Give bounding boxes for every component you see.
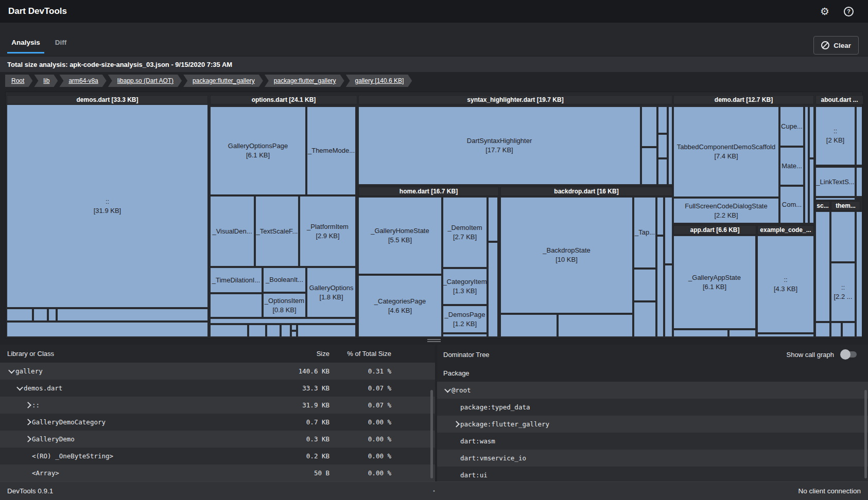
treemap-cell[interactable] [291, 325, 297, 330]
breadcrumb-item[interactable]: package:flutter_gallery [265, 75, 344, 87]
treemap-cell[interactable]: _Tap... [634, 197, 656, 268]
treemap-cell[interactable] [33, 309, 47, 321]
treemap-cell[interactable]: _OptionsItem[0.8 KB] [263, 293, 306, 317]
treemap-cell[interactable]: Cupe... [780, 106, 804, 146]
treemap-cell[interactable]: _BooleanIt... [263, 267, 306, 292]
chevron-right-icon[interactable] [452, 422, 460, 426]
treemap-cell[interactable]: DartSyntaxHighlighter[17.7 KB] [358, 106, 640, 185]
treemap-section-header[interactable]: app.dart [6.6 KB] [673, 225, 756, 235]
treemap-cell[interactable] [210, 294, 262, 317]
tab-diff[interactable]: Diff [49, 34, 72, 53]
treemap-cell[interactable] [281, 325, 290, 337]
treemap-cell[interactable] [657, 197, 664, 235]
treemap-cell[interactable]: TabbedComponentDemoScaffold[7.4 KB] [673, 106, 779, 197]
tab-analysis[interactable]: Analysis [7, 34, 44, 53]
tree-row[interactable]: package:typed_data [437, 399, 868, 416]
treemap-section-header[interactable]: example_code_... [757, 225, 814, 235]
treemap-cell[interactable] [249, 325, 266, 337]
show-call-graph-toggle[interactable] [841, 351, 857, 358]
chevron-down-icon[interactable] [15, 386, 24, 390]
treemap-cell[interactable]: _GalleryAppState[6.1 KB] [673, 236, 756, 329]
breadcrumb-item[interactable]: lib [34, 75, 58, 87]
column-library-or-class[interactable]: Library or Class [7, 350, 273, 358]
treemap-cell[interactable] [57, 309, 208, 321]
treemap-cell[interactable]: ::[31.9 KB] [7, 104, 208, 308]
table-row[interactable]: ::31.9 KB0.07 % [0, 397, 435, 414]
treemap-cell[interactable]: _LinkTextS... [815, 167, 855, 197]
treemap-cell[interactable]: GalleryOptionsPage[6.1 KB] [210, 106, 306, 195]
treemap-cell[interactable] [658, 134, 667, 158]
treemap-cell[interactable] [831, 323, 841, 337]
treemap-cell[interactable] [558, 314, 633, 337]
breadcrumb-item[interactable]: Root [5, 75, 32, 87]
breadcrumb-item[interactable]: gallery [140.6 KB] [346, 75, 412, 87]
column-pct-of-total-size[interactable]: % of Total Size [329, 350, 391, 358]
right-panel-scrollbar[interactable] [864, 390, 867, 478]
treemap-cell[interactable] [809, 106, 814, 158]
treemap-cell[interactable] [48, 309, 56, 321]
treemap-cell[interactable] [443, 334, 487, 337]
settings-gear-icon[interactable]: ⚙ [820, 6, 829, 16]
treemap-cell[interactable] [815, 211, 830, 322]
treemap-cell[interactable] [665, 197, 672, 264]
help-icon[interactable]: ? [844, 7, 854, 16]
chevron-right-icon[interactable] [24, 420, 32, 424]
treemap-cell[interactable] [7, 322, 208, 337]
treemap-cell[interactable]: ::[2.2 ... [831, 263, 855, 322]
table-row[interactable]: demos.dart33.3 KB0.07 % [0, 380, 435, 397]
treemap-cell[interactable] [210, 318, 356, 324]
table-row[interactable]: <(RO) _OneByteString>0.2 KB0.00 % [0, 448, 435, 465]
tree-row[interactable]: dart:wasm [437, 433, 868, 450]
tree-row[interactable]: dart:vmservice_io [437, 450, 868, 467]
treemap-cell[interactable]: Com... [780, 186, 804, 223]
treemap-cell[interactable] [634, 302, 656, 337]
treemap-cell[interactable]: _PlatformItem[2.9 KB] [300, 196, 356, 266]
treemap-cell[interactable]: GalleryOptions[1.8 KB] [307, 267, 356, 317]
chevron-right-icon[interactable] [24, 403, 32, 407]
treemap-cell[interactable] [856, 167, 862, 197]
treemap-cell[interactable] [815, 323, 830, 337]
treemap-cell[interactable] [7, 309, 32, 321]
clear-button[interactable]: Clear [813, 36, 859, 55]
treemap-cell[interactable]: _ThemeMode... [307, 106, 356, 195]
treemap-cell[interactable] [668, 106, 672, 185]
treemap-cell[interactable] [665, 265, 672, 337]
treemap-cell[interactable]: Mate... [780, 147, 804, 185]
treemap-cell[interactable] [657, 236, 664, 337]
treemap-cell[interactable]: _BackdropState[10 KB] [500, 197, 633, 313]
treemap-section-header[interactable]: backdrop.dart [16 KB] [500, 187, 672, 196]
tree-row[interactable]: package:flutter_gallery [437, 416, 868, 433]
treemap-cell[interactable]: ::[2 KB] [815, 106, 855, 165]
treemap-cell[interactable] [809, 159, 814, 223]
treemap-cell[interactable]: _CategoriesPage[4.6 KB] [358, 275, 442, 337]
treemap-section-header[interactable]: about.dart ... [815, 95, 863, 104]
treemap-cell[interactable] [634, 269, 656, 301]
treemap-cell[interactable]: _TimeDilationI... [210, 267, 262, 293]
treemap-section-header[interactable]: demos.dart [33.3 KB] [7, 95, 208, 104]
treemap-cell[interactable] [658, 159, 667, 185]
treemap-cell[interactable]: FullScreenCodeDialogState[2.2 KB] [673, 198, 779, 223]
tree-row[interactable]: dart:ui [437, 467, 868, 481]
breadcrumb-item[interactable]: package:flutter_gallery [183, 75, 263, 87]
tree-row[interactable]: @root [437, 382, 868, 399]
treemap-cell[interactable]: _VisualDen... [210, 196, 254, 266]
table-row[interactable]: GalleryDemoCategory0.7 KB0.00 % [0, 414, 435, 431]
treemap-section-header[interactable]: syntax_highlighter.dart [19.7 KB] [358, 95, 672, 104]
treemap-cell[interactable] [757, 334, 814, 337]
treemap-cell[interactable] [298, 325, 356, 337]
treemap-cell[interactable] [815, 198, 855, 200]
treemap-section-header[interactable]: home.dart [16.7 KB] [358, 187, 499, 196]
table-row[interactable]: GalleryDemo0.3 KB0.00 % [0, 431, 435, 448]
chevron-down-icon[interactable] [443, 388, 452, 392]
treemap-cell[interactable]: _GalleryHomeState[5.5 KB] [358, 197, 442, 274]
treemap-cell[interactable] [488, 197, 498, 241]
breadcrumb-item[interactable]: arm64-v8a [59, 75, 106, 87]
treemap-cell[interactable] [831, 211, 855, 262]
treemap-cell[interactable] [842, 323, 855, 337]
treemap-cell[interactable]: _DemoItem[2.7 KB] [443, 197, 487, 267]
package-column-label[interactable]: Package [443, 369, 470, 377]
treemap-cell[interactable] [856, 106, 862, 165]
treemap-cell[interactable] [673, 330, 728, 337]
splitter-handle[interactable] [427, 339, 441, 340]
chevron-down-icon[interactable] [7, 369, 15, 373]
